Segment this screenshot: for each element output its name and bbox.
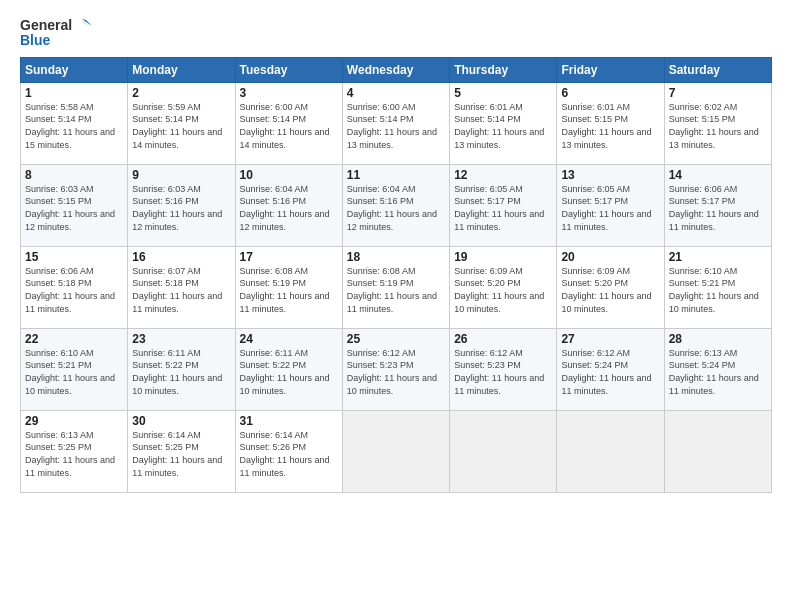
weekday-header-tuesday: Tuesday (235, 57, 342, 82)
calendar-cell: 17Sunrise: 6:08 AMSunset: 5:19 PMDayligh… (235, 246, 342, 328)
day-info: Sunrise: 6:07 AMSunset: 5:18 PMDaylight:… (132, 265, 230, 315)
day-number: 5 (454, 86, 552, 100)
calendar-cell: 24Sunrise: 6:11 AMSunset: 5:22 PMDayligh… (235, 328, 342, 410)
calendar-cell: 16Sunrise: 6:07 AMSunset: 5:18 PMDayligh… (128, 246, 235, 328)
day-number: 19 (454, 250, 552, 264)
day-info: Sunrise: 6:10 AMSunset: 5:21 PMDaylight:… (669, 265, 767, 315)
calendar-cell: 9Sunrise: 6:03 AMSunset: 5:16 PMDaylight… (128, 164, 235, 246)
calendar-week-1: 1Sunrise: 5:58 AMSunset: 5:14 PMDaylight… (21, 82, 772, 164)
day-info: Sunrise: 6:01 AMSunset: 5:15 PMDaylight:… (561, 101, 659, 151)
day-number: 3 (240, 86, 338, 100)
weekday-row: SundayMondayTuesdayWednesdayThursdayFrid… (21, 57, 772, 82)
calendar-cell (342, 410, 449, 492)
day-number: 17 (240, 250, 338, 264)
calendar-cell: 26Sunrise: 6:12 AMSunset: 5:23 PMDayligh… (450, 328, 557, 410)
day-number: 11 (347, 168, 445, 182)
calendar-table: SundayMondayTuesdayWednesdayThursdayFrid… (20, 57, 772, 493)
header: General Blue (20, 18, 772, 49)
day-info: Sunrise: 6:04 AMSunset: 5:16 PMDaylight:… (240, 183, 338, 233)
calendar-cell: 2Sunrise: 5:59 AMSunset: 5:14 PMDaylight… (128, 82, 235, 164)
day-info: Sunrise: 6:05 AMSunset: 5:17 PMDaylight:… (454, 183, 552, 233)
calendar-cell: 29Sunrise: 6:13 AMSunset: 5:25 PMDayligh… (21, 410, 128, 492)
calendar-cell: 20Sunrise: 6:09 AMSunset: 5:20 PMDayligh… (557, 246, 664, 328)
calendar-body: 1Sunrise: 5:58 AMSunset: 5:14 PMDaylight… (21, 82, 772, 492)
day-number: 9 (132, 168, 230, 182)
logo-general: General (20, 18, 72, 33)
calendar-header: SundayMondayTuesdayWednesdayThursdayFrid… (21, 57, 772, 82)
calendar-week-4: 22Sunrise: 6:10 AMSunset: 5:21 PMDayligh… (21, 328, 772, 410)
day-number: 22 (25, 332, 123, 346)
day-number: 14 (669, 168, 767, 182)
calendar-cell: 13Sunrise: 6:05 AMSunset: 5:17 PMDayligh… (557, 164, 664, 246)
day-number: 8 (25, 168, 123, 182)
logo-bird-icon (74, 19, 92, 33)
calendar-cell: 3Sunrise: 6:00 AMSunset: 5:14 PMDaylight… (235, 82, 342, 164)
weekday-header-wednesday: Wednesday (342, 57, 449, 82)
calendar-cell (557, 410, 664, 492)
day-number: 20 (561, 250, 659, 264)
calendar-cell: 1Sunrise: 5:58 AMSunset: 5:14 PMDaylight… (21, 82, 128, 164)
day-info: Sunrise: 6:14 AMSunset: 5:25 PMDaylight:… (132, 429, 230, 479)
calendar-cell: 19Sunrise: 6:09 AMSunset: 5:20 PMDayligh… (450, 246, 557, 328)
day-info: Sunrise: 6:12 AMSunset: 5:23 PMDaylight:… (347, 347, 445, 397)
calendar-cell: 30Sunrise: 6:14 AMSunset: 5:25 PMDayligh… (128, 410, 235, 492)
day-info: Sunrise: 6:03 AMSunset: 5:16 PMDaylight:… (132, 183, 230, 233)
calendar-cell: 7Sunrise: 6:02 AMSunset: 5:15 PMDaylight… (664, 82, 771, 164)
day-info: Sunrise: 6:00 AMSunset: 5:14 PMDaylight:… (240, 101, 338, 151)
day-number: 1 (25, 86, 123, 100)
day-number: 24 (240, 332, 338, 346)
day-number: 25 (347, 332, 445, 346)
calendar-cell: 25Sunrise: 6:12 AMSunset: 5:23 PMDayligh… (342, 328, 449, 410)
day-number: 28 (669, 332, 767, 346)
day-info: Sunrise: 6:14 AMSunset: 5:26 PMDaylight:… (240, 429, 338, 479)
day-number: 10 (240, 168, 338, 182)
calendar-cell: 22Sunrise: 6:10 AMSunset: 5:21 PMDayligh… (21, 328, 128, 410)
day-number: 13 (561, 168, 659, 182)
calendar-cell: 14Sunrise: 6:06 AMSunset: 5:17 PMDayligh… (664, 164, 771, 246)
day-info: Sunrise: 6:06 AMSunset: 5:17 PMDaylight:… (669, 183, 767, 233)
day-info: Sunrise: 6:08 AMSunset: 5:19 PMDaylight:… (347, 265, 445, 315)
day-number: 6 (561, 86, 659, 100)
day-number: 7 (669, 86, 767, 100)
day-info: Sunrise: 6:05 AMSunset: 5:17 PMDaylight:… (561, 183, 659, 233)
calendar-week-5: 29Sunrise: 6:13 AMSunset: 5:25 PMDayligh… (21, 410, 772, 492)
day-number: 4 (347, 86, 445, 100)
day-number: 30 (132, 414, 230, 428)
weekday-header-thursday: Thursday (450, 57, 557, 82)
day-number: 31 (240, 414, 338, 428)
weekday-header-saturday: Saturday (664, 57, 771, 82)
day-number: 29 (25, 414, 123, 428)
day-info: Sunrise: 6:10 AMSunset: 5:21 PMDaylight:… (25, 347, 123, 397)
logo: General Blue (20, 18, 92, 49)
calendar-cell: 6Sunrise: 6:01 AMSunset: 5:15 PMDaylight… (557, 82, 664, 164)
day-info: Sunrise: 6:12 AMSunset: 5:24 PMDaylight:… (561, 347, 659, 397)
day-info: Sunrise: 6:09 AMSunset: 5:20 PMDaylight:… (561, 265, 659, 315)
logo-blue: Blue (20, 33, 92, 48)
day-number: 18 (347, 250, 445, 264)
day-info: Sunrise: 6:09 AMSunset: 5:20 PMDaylight:… (454, 265, 552, 315)
day-info: Sunrise: 5:58 AMSunset: 5:14 PMDaylight:… (25, 101, 123, 151)
calendar-cell: 5Sunrise: 6:01 AMSunset: 5:14 PMDaylight… (450, 82, 557, 164)
logo-container: General Blue (20, 18, 92, 49)
day-info: Sunrise: 6:12 AMSunset: 5:23 PMDaylight:… (454, 347, 552, 397)
day-number: 12 (454, 168, 552, 182)
day-info: Sunrise: 6:08 AMSunset: 5:19 PMDaylight:… (240, 265, 338, 315)
calendar-cell: 10Sunrise: 6:04 AMSunset: 5:16 PMDayligh… (235, 164, 342, 246)
svg-marker-0 (82, 19, 92, 26)
calendar-cell: 8Sunrise: 6:03 AMSunset: 5:15 PMDaylight… (21, 164, 128, 246)
day-info: Sunrise: 6:04 AMSunset: 5:16 PMDaylight:… (347, 183, 445, 233)
calendar-cell: 15Sunrise: 6:06 AMSunset: 5:18 PMDayligh… (21, 246, 128, 328)
day-number: 27 (561, 332, 659, 346)
day-number: 2 (132, 86, 230, 100)
day-info: Sunrise: 6:03 AMSunset: 5:15 PMDaylight:… (25, 183, 123, 233)
calendar-cell: 18Sunrise: 6:08 AMSunset: 5:19 PMDayligh… (342, 246, 449, 328)
day-number: 16 (132, 250, 230, 264)
day-info: Sunrise: 6:13 AMSunset: 5:24 PMDaylight:… (669, 347, 767, 397)
weekday-header-sunday: Sunday (21, 57, 128, 82)
day-info: Sunrise: 6:11 AMSunset: 5:22 PMDaylight:… (132, 347, 230, 397)
day-number: 21 (669, 250, 767, 264)
day-info: Sunrise: 6:01 AMSunset: 5:14 PMDaylight:… (454, 101, 552, 151)
day-number: 15 (25, 250, 123, 264)
day-info: Sunrise: 6:06 AMSunset: 5:18 PMDaylight:… (25, 265, 123, 315)
calendar-cell (450, 410, 557, 492)
